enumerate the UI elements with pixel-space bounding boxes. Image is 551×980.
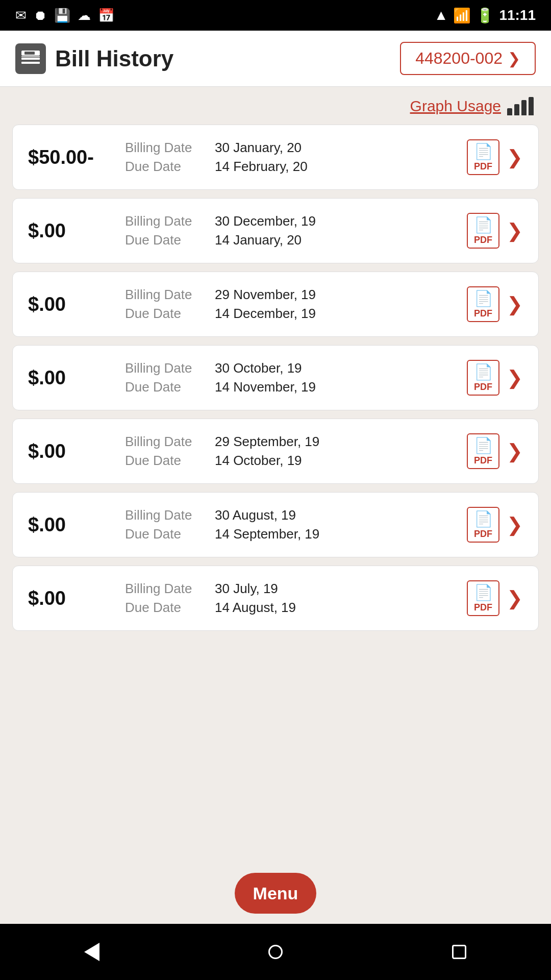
billing-date-row: Billing Date 29 September, 19 bbox=[125, 434, 467, 450]
account-number-button[interactable]: 448200-002 ❯ bbox=[400, 42, 536, 75]
bottom-nav bbox=[0, 924, 551, 980]
billing-date-label: Billing Date bbox=[125, 434, 207, 450]
record-icon: ⏺ bbox=[34, 8, 47, 23]
bill-item[interactable]: $50.00- Billing Date 30 January, 20 Due … bbox=[12, 125, 539, 190]
bill-amount: $.00 bbox=[28, 587, 120, 609]
bill-amount: $.00 bbox=[28, 440, 120, 462]
svg-rect-3 bbox=[24, 52, 35, 55]
bill-chevron-icon: ❯ bbox=[507, 587, 523, 609]
graph-usage-link[interactable]: Graph Usage bbox=[410, 97, 501, 115]
due-date-value: 14 December, 19 bbox=[215, 306, 316, 322]
billing-date-label: Billing Date bbox=[125, 140, 207, 156]
pdf-icon-button[interactable]: 📄 PDF bbox=[467, 286, 499, 322]
account-number-text: 448200-002 bbox=[415, 49, 503, 68]
menu-button[interactable]: Menu bbox=[235, 873, 316, 914]
save-icon: 💾 bbox=[54, 8, 70, 23]
bar1 bbox=[507, 108, 512, 115]
header-left: Bill History bbox=[15, 43, 173, 74]
bill-chevron-icon: ❯ bbox=[507, 366, 523, 389]
due-date-label: Due Date bbox=[125, 379, 207, 395]
due-date-label: Due Date bbox=[125, 453, 207, 469]
bill-chevron-icon: ❯ bbox=[507, 146, 523, 168]
email-icon: ✉ bbox=[15, 8, 27, 23]
app-header: Bill History 448200-002 ❯ bbox=[0, 31, 551, 87]
bar-chart-icon bbox=[507, 97, 534, 115]
bar2 bbox=[514, 104, 519, 115]
bill-chevron-icon: ❯ bbox=[507, 440, 523, 462]
due-date-row: Due Date 14 February, 20 bbox=[125, 159, 467, 175]
bill-chevron-icon: ❯ bbox=[507, 219, 523, 242]
due-date-row: Due Date 14 October, 19 bbox=[125, 453, 467, 469]
bill-dates: Billing Date 30 December, 19 Due Date 14… bbox=[120, 213, 467, 248]
bill-actions: 📄 PDF ❯ bbox=[467, 139, 523, 175]
calendar-icon: 📅 bbox=[98, 8, 114, 23]
bill-actions: 📄 PDF ❯ bbox=[467, 433, 523, 469]
due-date-row: Due Date 14 September, 19 bbox=[125, 526, 467, 542]
pdf-label: PDF bbox=[474, 382, 492, 393]
billing-date-value: 30 August, 19 bbox=[215, 507, 296, 523]
pdf-icon-button[interactable]: 📄 PDF bbox=[467, 507, 499, 543]
bar3 bbox=[521, 100, 527, 115]
due-date-row: Due Date 14 August, 19 bbox=[125, 600, 467, 616]
pdf-icon-button[interactable]: 📄 PDF bbox=[467, 433, 499, 469]
billing-date-label: Billing Date bbox=[125, 213, 207, 229]
time-display: 11:11 bbox=[499, 7, 536, 23]
pdf-symbol: 📄 bbox=[474, 436, 493, 454]
billing-date-row: Billing Date 30 August, 19 bbox=[125, 507, 467, 523]
billing-date-row: Billing Date 30 October, 19 bbox=[125, 360, 467, 376]
bill-item[interactable]: $.00 Billing Date 30 August, 19 Due Date… bbox=[12, 492, 539, 557]
home-icon bbox=[268, 945, 283, 959]
recents-icon bbox=[452, 945, 466, 959]
pdf-label: PDF bbox=[474, 529, 492, 540]
pdf-symbol: 📄 bbox=[474, 583, 493, 601]
battery-icon: 🔋 bbox=[476, 7, 494, 24]
bill-item[interactable]: $.00 Billing Date 30 July, 19 Due Date 1… bbox=[12, 566, 539, 631]
bill-actions: 📄 PDF ❯ bbox=[467, 507, 523, 543]
pdf-icon-button[interactable]: 📄 PDF bbox=[467, 213, 499, 249]
bill-amount: $.00 bbox=[28, 367, 120, 389]
cloud-icon: ☁ bbox=[78, 8, 91, 23]
due-date-value: 14 September, 19 bbox=[215, 526, 319, 542]
due-date-row: Due Date 14 January, 20 bbox=[125, 232, 467, 248]
due-date-row: Due Date 14 November, 19 bbox=[125, 379, 467, 395]
bill-actions: 📄 PDF ❯ bbox=[467, 580, 523, 616]
bill-amount: $50.00- bbox=[28, 146, 120, 168]
pdf-label: PDF bbox=[474, 308, 492, 319]
bill-amount: $.00 bbox=[28, 514, 120, 536]
bill-item[interactable]: $.00 Billing Date 30 October, 19 Due Dat… bbox=[12, 345, 539, 410]
bill-chevron-icon: ❯ bbox=[507, 293, 523, 315]
bill-dates: Billing Date 30 October, 19 Due Date 14 … bbox=[120, 360, 467, 395]
billing-date-row: Billing Date 30 December, 19 bbox=[125, 213, 467, 229]
billing-date-value: 29 September, 19 bbox=[215, 434, 319, 450]
back-button[interactable] bbox=[71, 932, 112, 972]
bill-list: $50.00- Billing Date 30 January, 20 Due … bbox=[12, 125, 539, 857]
pdf-icon-button[interactable]: 📄 PDF bbox=[467, 139, 499, 175]
back-icon bbox=[84, 943, 99, 961]
bill-amount: $.00 bbox=[28, 220, 120, 242]
due-date-value: 14 January, 20 bbox=[215, 232, 302, 248]
pdf-label: PDF bbox=[474, 455, 492, 466]
bill-amount: $.00 bbox=[28, 293, 120, 315]
due-date-label: Due Date bbox=[125, 600, 207, 616]
bill-actions: 📄 PDF ❯ bbox=[467, 213, 523, 249]
pdf-icon-button[interactable]: 📄 PDF bbox=[467, 360, 499, 396]
status-bar: ✉ ⏺ 💾 ☁ 📅 ▲ 📶 🔋 11:11 bbox=[0, 0, 551, 31]
billing-date-value: 30 October, 19 bbox=[215, 360, 302, 376]
page-title: Bill History bbox=[55, 46, 173, 71]
svg-rect-1 bbox=[21, 58, 40, 60]
billing-date-value: 30 January, 20 bbox=[215, 140, 302, 156]
recents-button[interactable] bbox=[439, 932, 480, 972]
wifi-icon: ▲ bbox=[434, 7, 448, 23]
bill-item[interactable]: $.00 Billing Date 29 November, 19 Due Da… bbox=[12, 272, 539, 337]
home-button[interactable] bbox=[255, 932, 296, 972]
due-date-value: 14 February, 20 bbox=[215, 159, 308, 175]
graph-usage-row: Graph Usage bbox=[12, 97, 539, 115]
bill-item[interactable]: $.00 Billing Date 30 December, 19 Due Da… bbox=[12, 198, 539, 263]
bill-dates: Billing Date 30 July, 19 Due Date 14 Aug… bbox=[120, 581, 467, 616]
pdf-icon-button[interactable]: 📄 PDF bbox=[467, 580, 499, 616]
pdf-symbol: 📄 bbox=[474, 363, 493, 381]
billing-date-row: Billing Date 30 January, 20 bbox=[125, 140, 467, 156]
bill-actions: 📄 PDF ❯ bbox=[467, 360, 523, 396]
svg-rect-2 bbox=[21, 62, 40, 64]
bill-item[interactable]: $.00 Billing Date 29 September, 19 Due D… bbox=[12, 419, 539, 484]
